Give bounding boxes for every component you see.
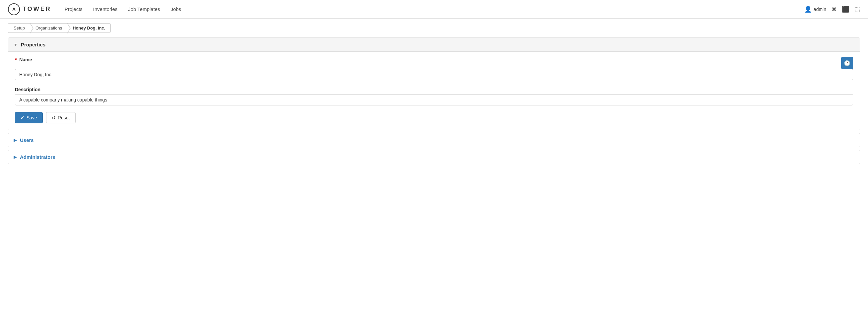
properties-form: 🕐 * Name Description ✔ Save bbox=[15, 57, 853, 123]
admins-panel-header[interactable]: ▶ Administrators bbox=[8, 150, 860, 164]
username: admin bbox=[814, 7, 826, 12]
breadcrumb: Setup Organizations Honey Dog, Inc. bbox=[0, 19, 868, 37]
properties-panel-header[interactable]: ▼ Properties bbox=[8, 38, 860, 52]
brand: A TOWER bbox=[8, 3, 52, 15]
save-icon: ✔ bbox=[21, 115, 25, 120]
monitor-icon[interactable]: ⬛ bbox=[842, 6, 849, 13]
nav-user: 👤 admin bbox=[804, 6, 826, 13]
nav-inventories[interactable]: Inventories bbox=[93, 5, 117, 13]
users-panel-title: Users bbox=[20, 137, 34, 143]
properties-collapse-icon: ▼ bbox=[13, 42, 18, 47]
logout-icon[interactable]: ⬚ bbox=[855, 6, 860, 13]
form-actions: ✔ Save ↺ Reset bbox=[15, 112, 853, 123]
nav-job-templates[interactable]: Job Templates bbox=[128, 5, 160, 13]
properties-panel-title: Properties bbox=[21, 42, 45, 48]
admins-panel: ▶ Administrators bbox=[8, 150, 860, 164]
breadcrumb-arrow-inner-1 bbox=[30, 23, 33, 33]
brand-name: TOWER bbox=[23, 6, 52, 12]
breadcrumb-current: Honey Dog, Inc. bbox=[67, 23, 111, 33]
description-field-group: Description bbox=[15, 87, 853, 105]
breadcrumb-organizations[interactable]: Organizations bbox=[30, 23, 67, 33]
description-input[interactable] bbox=[15, 94, 853, 105]
nav-links: Projects Inventories Job Templates Jobs bbox=[65, 5, 804, 13]
navbar: A TOWER Projects Inventories Job Templat… bbox=[0, 0, 868, 19]
properties-panel: ▼ Properties 🕐 * Name Description bbox=[8, 37, 860, 130]
admins-expand-icon: ▶ bbox=[13, 155, 17, 159]
users-panel: ▶ Users bbox=[8, 133, 860, 147]
properties-panel-body: 🕐 * Name Description ✔ Save bbox=[8, 52, 860, 130]
save-button[interactable]: ✔ Save bbox=[15, 112, 43, 123]
nav-jobs[interactable]: Jobs bbox=[171, 5, 181, 13]
required-star: * bbox=[15, 57, 17, 62]
breadcrumb-setup[interactable]: Setup bbox=[8, 23, 30, 33]
users-panel-header[interactable]: ▶ Users bbox=[8, 133, 860, 147]
name-input[interactable] bbox=[15, 69, 853, 80]
breadcrumb-arrow-inner-2 bbox=[67, 23, 70, 33]
brand-letter: A bbox=[12, 7, 16, 12]
user-icon: 👤 bbox=[804, 6, 812, 13]
reset-icon: ↺ bbox=[52, 115, 56, 120]
nav-projects[interactable]: Projects bbox=[65, 5, 83, 13]
nav-right: 👤 admin ✖ ⬛ ⬚ bbox=[804, 6, 860, 13]
name-field-group: * Name bbox=[15, 57, 853, 80]
brand-logo: A bbox=[8, 3, 20, 15]
settings-icon[interactable]: ✖ bbox=[832, 6, 837, 13]
reset-button[interactable]: ↺ Reset bbox=[46, 112, 75, 123]
description-label: Description bbox=[15, 87, 853, 92]
name-label: * Name bbox=[15, 57, 853, 62]
history-button[interactable]: 🕐 bbox=[841, 57, 853, 69]
history-icon: 🕐 bbox=[844, 60, 850, 66]
main-content: ▼ Properties 🕐 * Name Description bbox=[0, 37, 868, 175]
users-expand-icon: ▶ bbox=[13, 138, 17, 143]
admins-panel-title: Administrators bbox=[20, 154, 55, 160]
